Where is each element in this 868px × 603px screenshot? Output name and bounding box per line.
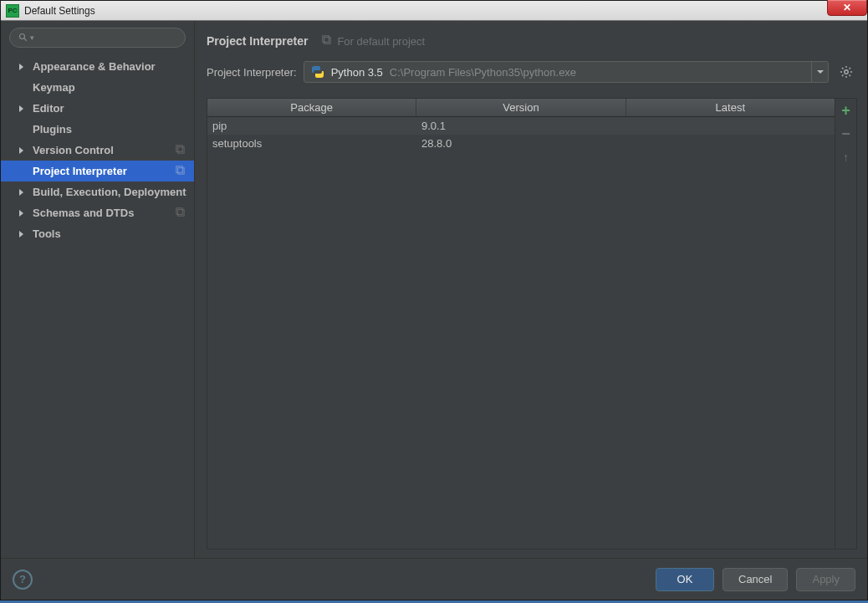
sidebar-item-build-execution-deployment[interactable]: Build, Execution, Deployment bbox=[1, 181, 194, 202]
titlebar: PC Default Settings ✕ bbox=[1, 1, 867, 21]
cell-package: pip bbox=[207, 120, 416, 132]
chevron-right-icon bbox=[19, 189, 23, 196]
settings-tree: Appearance & Behavior Keymap Editor Plug… bbox=[1, 54, 194, 558]
table-toolbar: + − ↑ bbox=[835, 99, 856, 549]
svg-line-1 bbox=[24, 38, 27, 41]
chevron-right-icon bbox=[19, 105, 23, 112]
interpreter-label: Project Interpreter: bbox=[207, 66, 297, 79]
help-icon: ? bbox=[19, 573, 26, 585]
arrow-up-icon: ↑ bbox=[843, 151, 849, 164]
sidebar-item-label: Build, Execution, Deployment bbox=[33, 186, 186, 198]
svg-point-10 bbox=[845, 70, 848, 74]
dialog-main: ▾ Appearance & Behavior Keymap Editor bbox=[1, 21, 867, 558]
chevron-right-icon bbox=[19, 231, 23, 238]
ok-button[interactable]: OK bbox=[656, 568, 714, 591]
dialog-body: ▾ Appearance & Behavior Keymap Editor bbox=[1, 21, 867, 600]
sidebar-item-appearance-behavior[interactable]: Appearance & Behavior bbox=[1, 56, 194, 77]
chevron-right-icon bbox=[19, 147, 23, 154]
settings-window: PC Default Settings ✕ ▾ Appearance & Beh… bbox=[0, 0, 868, 600]
svg-rect-2 bbox=[176, 145, 182, 151]
sidebar-item-label: Keymap bbox=[33, 81, 75, 94]
window-title: Default Settings bbox=[24, 5, 95, 17]
sidebar-item-keymap[interactable]: Keymap bbox=[1, 77, 194, 98]
packages-table-wrap: Package Version Latest pip 9.0.1 set bbox=[207, 98, 857, 549]
sidebar-item-version-control[interactable]: Version Control bbox=[1, 140, 194, 161]
minus-icon: − bbox=[841, 125, 850, 143]
copy-scope-icon bbox=[175, 144, 186, 157]
svg-rect-9 bbox=[324, 38, 330, 43]
chevron-right-icon bbox=[19, 210, 23, 217]
interpreter-settings-button[interactable] bbox=[835, 61, 857, 83]
sidebar-item-label: Tools bbox=[33, 227, 61, 240]
window-close-button[interactable]: ✕ bbox=[827, 0, 867, 16]
search-dropdown-icon: ▾ bbox=[30, 33, 34, 42]
interpreter-row: Project Interpreter: Python 3.5 C:\Progr… bbox=[207, 61, 857, 83]
cell-package: setuptools bbox=[207, 137, 416, 150]
column-package[interactable]: Package bbox=[207, 99, 416, 116]
chevron-right-icon bbox=[19, 64, 23, 70]
dialog-footer: ? OK Cancel Apply bbox=[1, 558, 867, 600]
plus-icon: + bbox=[841, 102, 850, 120]
gear-icon bbox=[840, 65, 853, 79]
svg-rect-8 bbox=[323, 36, 329, 42]
cell-version: 28.8.0 bbox=[416, 137, 625, 150]
sidebar: ▾ Appearance & Behavior Keymap Editor bbox=[1, 21, 195, 558]
copy-scope-icon bbox=[175, 165, 186, 178]
sidebar-item-tools[interactable]: Tools bbox=[1, 223, 194, 244]
search-icon bbox=[18, 33, 28, 43]
content-header: Project Interpreter For default project bbox=[207, 29, 857, 53]
sidebar-item-plugins[interactable]: Plugins bbox=[1, 119, 194, 140]
cancel-button[interactable]: Cancel bbox=[722, 568, 788, 591]
sidebar-item-label: Version Control bbox=[33, 144, 114, 156]
table-body: pip 9.0.1 setuptools 28.8.0 bbox=[207, 117, 835, 549]
sidebar-item-label: Plugins bbox=[33, 123, 72, 135]
table-row[interactable]: setuptools 28.8.0 bbox=[207, 135, 835, 152]
upgrade-package-button[interactable]: ↑ bbox=[838, 149, 855, 166]
svg-rect-6 bbox=[176, 207, 182, 213]
page-title: Project Interpreter bbox=[207, 34, 308, 48]
interpreter-select[interactable]: Python 3.5 C:\Program Files\Python35\pyt… bbox=[304, 61, 829, 83]
sidebar-item-label: Project Interpreter bbox=[33, 165, 127, 177]
sidebar-item-label: Appearance & Behavior bbox=[33, 60, 156, 73]
scope-hint-label: For default project bbox=[337, 35, 425, 48]
apply-button[interactable]: Apply bbox=[796, 568, 855, 591]
svg-rect-4 bbox=[176, 166, 182, 171]
app-icon: PC bbox=[6, 4, 19, 18]
svg-rect-7 bbox=[178, 209, 184, 215]
interpreter-name: Python 3.5 bbox=[331, 66, 383, 79]
column-latest[interactable]: Latest bbox=[626, 99, 835, 116]
dropdown-icon bbox=[811, 62, 828, 82]
content-panel: Project Interpreter For default project … bbox=[195, 21, 867, 558]
copy-scope-icon bbox=[175, 207, 186, 220]
sidebar-item-schemas-dtds[interactable]: Schemas and DTDs bbox=[1, 202, 194, 223]
close-icon: ✕ bbox=[843, 2, 851, 13]
sidebar-item-project-interpreter[interactable]: Project Interpreter bbox=[1, 161, 194, 181]
add-package-button[interactable]: + bbox=[838, 102, 855, 119]
table-header: Package Version Latest bbox=[207, 99, 835, 117]
table-row[interactable]: pip 9.0.1 bbox=[207, 117, 835, 135]
svg-line-17 bbox=[842, 75, 844, 77]
interpreter-path: C:\Program Files\Python35\python.exe bbox=[390, 66, 576, 79]
svg-line-15 bbox=[842, 68, 844, 69]
copy-scope-icon bbox=[321, 34, 332, 48]
svg-line-16 bbox=[850, 75, 851, 77]
svg-rect-3 bbox=[178, 146, 184, 152]
search-input[interactable]: ▾ bbox=[9, 28, 186, 48]
column-version[interactable]: Version bbox=[416, 99, 625, 116]
remove-package-button[interactable]: − bbox=[838, 125, 855, 142]
cell-version: 9.0.1 bbox=[416, 120, 625, 132]
svg-rect-5 bbox=[178, 167, 184, 173]
sidebar-item-label: Schemas and DTDs bbox=[33, 207, 134, 219]
scope-hint: For default project bbox=[321, 34, 425, 48]
help-button[interactable]: ? bbox=[13, 570, 33, 590]
sidebar-item-label: Editor bbox=[33, 102, 64, 115]
sidebar-item-editor[interactable]: Editor bbox=[1, 98, 194, 119]
svg-point-0 bbox=[20, 34, 25, 39]
python-icon bbox=[311, 65, 324, 79]
packages-table: Package Version Latest pip 9.0.1 set bbox=[207, 99, 835, 549]
svg-line-18 bbox=[850, 68, 851, 69]
